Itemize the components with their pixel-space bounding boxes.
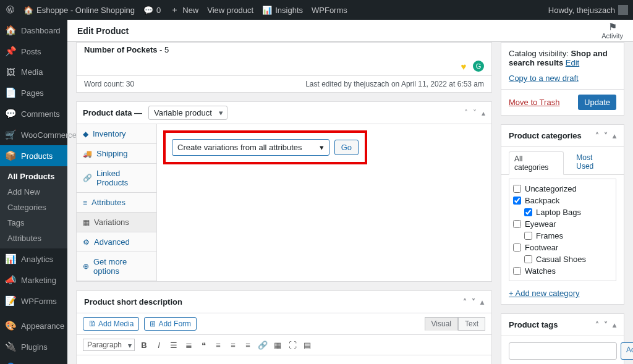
category-checkbox[interactable]: [513, 220, 521, 228]
fullscreen-icon[interactable]: ⛶: [287, 339, 298, 350]
form-icon: ⊞: [150, 320, 156, 328]
all-categories-tab[interactable]: All categories: [509, 151, 564, 175]
variation-action-select[interactable]: Create variations from all attributes ▾: [172, 139, 329, 156]
posts-icon: 📌: [5, 46, 16, 57]
editor-toolbar: Paragraph B I ☰ ≣ ❝ ≡ ≡ ≡ 🔗 ▦ ⛶ ▤: [77, 335, 491, 355]
tab-inventory[interactable]: ◆Inventory: [77, 124, 156, 144]
panel-toggle-icon[interactable]: ▴: [482, 109, 485, 117]
category-checkbox[interactable]: [513, 267, 521, 275]
italic-icon[interactable]: I: [153, 339, 164, 350]
move-up-icon[interactable]: ˄: [595, 132, 599, 140]
products-icon: 📦: [5, 150, 16, 161]
view-product-link[interactable]: View product: [207, 6, 253, 15]
tab-attributes[interactable]: ≡Attributes: [77, 193, 156, 213]
nav-woocommerce[interactable]: 🛒WooCommerce: [0, 124, 67, 145]
move-down-icon[interactable]: ˅: [473, 109, 477, 117]
align-left-icon[interactable]: ≡: [213, 339, 224, 350]
nav-dashboard[interactable]: 🏠Dashboard: [0, 20, 67, 41]
category-checkbox[interactable]: [524, 255, 532, 263]
nav-posts[interactable]: 📌Posts: [0, 41, 67, 62]
text-tab[interactable]: Text: [458, 317, 485, 331]
product-data-panel: Product data — Variable product ˄ ˅ ▴ ◆I…: [76, 101, 492, 282]
subnav-tags[interactable]: Tags: [0, 215, 67, 231]
new-content[interactable]: ＋New: [169, 4, 198, 15]
quote-icon[interactable]: ❝: [198, 339, 209, 350]
tab-linked-products[interactable]: 🔗Linked Products: [77, 164, 156, 193]
subnav-categories[interactable]: Categories: [0, 200, 67, 215]
category-checkbox[interactable]: [513, 197, 521, 205]
most-used-tab[interactable]: Most Used: [571, 151, 616, 174]
product-type-select[interactable]: Variable product: [148, 106, 227, 120]
insights-link[interactable]: 📊Insights: [262, 6, 303, 15]
nav-marketing[interactable]: 📣Marketing: [0, 269, 67, 290]
short-desc-content[interactable]: 30% Extra Storage We Indians tend to car…: [77, 355, 491, 364]
linked-icon: 🔗: [83, 174, 92, 182]
move-up-icon[interactable]: ˄: [463, 298, 467, 307]
nav-analytics[interactable]: 📊Analytics: [0, 248, 67, 269]
dashboard-icon: 🏠: [5, 25, 16, 36]
tab-advanced[interactable]: ⚙Advanced: [77, 232, 156, 252]
go-button[interactable]: Go: [334, 140, 359, 155]
add-form-button[interactable]: ⊞Add Form: [144, 317, 197, 331]
product-categories-panel: Product categories ˄˅▴ All categories Mo…: [501, 124, 624, 305]
panel-toggle-icon[interactable]: ▴: [613, 321, 616, 329]
tag-input[interactable]: [509, 342, 617, 360]
word-count: Word count: 30: [84, 80, 134, 88]
wp-logo[interactable]: Ⓦ: [5, 4, 15, 15]
my-account[interactable]: Howdy, thejuszach: [548, 5, 628, 15]
media-icon: 🖻: [88, 320, 96, 328]
align-right-icon[interactable]: ≡: [242, 339, 253, 350]
link-icon[interactable]: 🔗: [257, 339, 268, 350]
panel-toggle-icon[interactable]: ▴: [613, 132, 616, 140]
add-category-link[interactable]: + Add new category: [501, 285, 624, 304]
product-data-tabs: ◆Inventory 🚚Shipping 🔗Linked Products ≡A…: [77, 124, 157, 281]
move-down-icon[interactable]: ˅: [604, 132, 608, 140]
align-center-icon[interactable]: ≡: [227, 339, 239, 350]
more-icon: ⊕: [83, 262, 89, 271]
category-checkbox[interactable]: [524, 232, 532, 240]
panel-toggle-icon[interactable]: ▴: [480, 298, 484, 307]
tab-shipping[interactable]: 🚚Shipping: [77, 144, 156, 164]
advanced-icon: ⚙: [83, 238, 90, 247]
nav-users[interactable]: 👤Users: [0, 357, 67, 364]
flag-icon: ⚑: [601, 22, 623, 32]
update-button[interactable]: Update: [578, 95, 616, 110]
nav-pages[interactable]: 📄Pages: [0, 82, 67, 103]
admin-sidebar: 🏠Dashboard 📌Posts 🖼Media 📄Pages 💬Comment…: [0, 20, 67, 364]
subnav-all-products[interactable]: All Products: [0, 169, 67, 184]
move-down-icon[interactable]: ˅: [472, 298, 475, 307]
add-tag-button[interactable]: Add: [621, 342, 633, 360]
nav-comments[interactable]: 💬Comments: [0, 103, 67, 124]
category-checkbox[interactable]: [524, 208, 532, 216]
nav-plugins[interactable]: 🔌Plugins: [0, 336, 67, 357]
last-edited: Last edited by thejuszach on April 11, 2…: [305, 80, 484, 88]
insert-icon[interactable]: ▦: [272, 339, 283, 350]
nav-appearance[interactable]: 🎨Appearance: [0, 315, 67, 336]
catalog-vis-edit[interactable]: Edit: [566, 58, 579, 67]
move-down-icon[interactable]: ˅: [604, 321, 608, 329]
activity-panel[interactable]: ⚑ Activity: [601, 22, 623, 40]
copy-to-draft-link[interactable]: Copy to a new draft: [509, 74, 579, 83]
category-checkbox[interactable]: [513, 243, 521, 252]
move-up-icon[interactable]: ˄: [595, 321, 599, 329]
wpforms-link[interactable]: WPForms: [312, 6, 347, 15]
ul-icon[interactable]: ☰: [168, 339, 179, 350]
nav-products[interactable]: 📦Products: [0, 145, 67, 166]
bold-icon[interactable]: B: [138, 339, 150, 350]
add-media-button[interactable]: 🖻Add Media: [83, 317, 139, 331]
paragraph-select[interactable]: Paragraph: [83, 339, 135, 351]
tab-variations[interactable]: ▦Variations: [77, 213, 156, 232]
move-to-trash-link[interactable]: Move to Trash: [509, 98, 559, 107]
visual-tab[interactable]: Visual: [425, 317, 458, 331]
site-link[interactable]: 🏠Eshoppe - Online Shopping: [23, 6, 135, 15]
ol-icon[interactable]: ≣: [183, 339, 194, 350]
nav-media[interactable]: 🖼Media: [0, 62, 67, 82]
move-up-icon[interactable]: ˄: [464, 109, 468, 117]
subnav-attributes[interactable]: Attributes: [0, 231, 67, 246]
tab-get-more[interactable]: ⊕Get more options: [77, 252, 156, 281]
subnav-add-new[interactable]: Add New: [0, 184, 67, 200]
comments-count[interactable]: 💬0: [143, 6, 161, 15]
toolbar-toggle-icon[interactable]: ▤: [302, 339, 313, 350]
nav-wpforms[interactable]: 📝WPForms: [0, 290, 67, 311]
category-checkbox[interactable]: [513, 185, 521, 193]
